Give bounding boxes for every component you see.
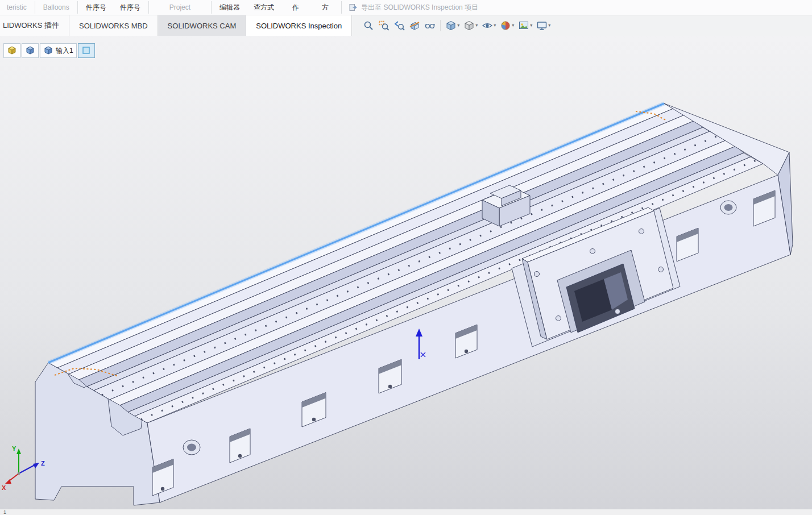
tab-label: LIDWORKS 插件 bbox=[3, 20, 59, 31]
headsup-view-toolbar: ▾ ▾ ▾ ▾ bbox=[361, 15, 552, 36]
menu-item-project[interactable]: Project bbox=[150, 3, 210, 11]
pocket-4-hole bbox=[388, 385, 392, 388]
hide-show-items-icon bbox=[482, 20, 493, 31]
breadcrumb-imported-feature[interactable]: 输入1 bbox=[40, 43, 77, 58]
separator bbox=[148, 1, 149, 14]
tab-label: SOLIDWORKS MBD bbox=[79, 22, 148, 30]
flange-bolt-hole bbox=[639, 229, 644, 234]
previous-view-icon bbox=[393, 20, 405, 31]
menu-item-operation[interactable]: 作 bbox=[281, 3, 310, 13]
annotation-views-icon bbox=[424, 20, 436, 31]
pocket-5-hole bbox=[465, 350, 468, 353]
part-icon bbox=[7, 45, 17, 56]
status-bar-fragment: 1 bbox=[3, 509, 6, 515]
tab-solidworks-addins[interactable]: LIDWORKS 插件 bbox=[0, 15, 69, 36]
separator bbox=[211, 1, 212, 14]
triad-origin bbox=[18, 472, 20, 475]
flange-bolt-hole bbox=[556, 316, 561, 321]
bore-1-inner bbox=[187, 444, 196, 451]
flange-bolt-hole bbox=[590, 249, 595, 254]
model-part[interactable] bbox=[35, 103, 793, 505]
hide-show-items-button[interactable]: ▾ bbox=[480, 19, 498, 32]
separator bbox=[35, 1, 35, 14]
separator bbox=[77, 1, 78, 14]
solid-body-icon bbox=[25, 45, 35, 56]
display-style-button[interactable]: ▾ bbox=[462, 19, 479, 32]
export-to-inspection-label: 导出至 SOLIDWORKS Inspection 项目 bbox=[361, 3, 478, 13]
flange-bolt-hole bbox=[535, 272, 540, 277]
pocket-1-hole bbox=[161, 487, 164, 491]
dropdown-caret: ▾ bbox=[494, 23, 496, 28]
section-view-button[interactable] bbox=[407, 19, 422, 32]
breadcrumb-feature-label: 输入1 bbox=[56, 46, 73, 56]
view-orientation-icon bbox=[445, 20, 457, 31]
triad-arrow-y bbox=[16, 448, 21, 454]
breadcrumb-selection-filter[interactable] bbox=[78, 43, 95, 58]
edit-appearance-icon bbox=[500, 20, 511, 31]
pocket-2-hole bbox=[238, 454, 242, 458]
triad-label-y: Y bbox=[12, 445, 16, 452]
menu-item-view-mode[interactable]: 查方式 bbox=[247, 3, 281, 13]
menu-item-editor[interactable]: 编辑器 bbox=[213, 3, 247, 13]
dropdown-caret: ▾ bbox=[530, 23, 532, 28]
zoom-to-fit-button[interactable] bbox=[361, 19, 376, 32]
menu-item-direction[interactable]: 方 bbox=[310, 3, 340, 13]
breadcrumb-part[interactable] bbox=[3, 43, 20, 58]
section-view-icon bbox=[409, 20, 420, 31]
menu-item-characteristic[interactable]: teristic bbox=[0, 3, 34, 11]
dropdown-caret: ▾ bbox=[512, 23, 514, 28]
apply-scene-button[interactable]: ▾ bbox=[516, 19, 534, 32]
zoom-to-area-icon bbox=[378, 20, 390, 31]
display-style-icon bbox=[463, 20, 475, 31]
flange-bolt-hole bbox=[615, 309, 620, 314]
status-bar: 1 bbox=[0, 509, 812, 515]
triad-label-x: X bbox=[2, 484, 6, 491]
bore-2-inner bbox=[724, 204, 733, 211]
export-to-inspection-item[interactable]: 导出至 SOLIDWORKS Inspection 项目 bbox=[343, 3, 484, 13]
breadcrumb: 输入1 bbox=[3, 43, 95, 58]
menu-item-item-number-1[interactable]: 件序号 bbox=[79, 3, 113, 13]
separator bbox=[440, 20, 441, 31]
graphics-viewport[interactable]: Y Z X bbox=[0, 36, 812, 515]
triad-axis-x bbox=[9, 474, 19, 481]
annotation-views-button[interactable] bbox=[422, 19, 437, 32]
selection-filter-icon bbox=[81, 45, 92, 56]
tab-label: SOLIDWORKS Inspection bbox=[256, 22, 342, 30]
breadcrumb-solid-body[interactable] bbox=[22, 43, 39, 58]
tab-solidworks-cam[interactable]: SOLIDWORKS CAM bbox=[158, 15, 247, 36]
graphics-area[interactable]: Y Z X bbox=[0, 36, 812, 515]
commandmanager-tab-row: LIDWORKS 插件 SOLIDWORKS MBD SOLIDWORKS CA… bbox=[0, 15, 812, 36]
triad-axis-z bbox=[19, 465, 35, 474]
view-orientation-button[interactable]: ▾ bbox=[444, 19, 461, 32]
dropdown-caret: ▾ bbox=[457, 23, 459, 28]
imported-feature-icon bbox=[43, 45, 53, 56]
ribbon-group-label-row: teristic Balloons 件序号 件序号 Project 编辑器 查方… bbox=[0, 0, 812, 15]
view-settings-button[interactable]: ▾ bbox=[535, 19, 552, 32]
separator bbox=[341, 1, 342, 14]
export-to-inspection-icon bbox=[349, 3, 358, 12]
pocket-3-hole bbox=[312, 418, 316, 421]
view-settings-icon bbox=[536, 20, 548, 31]
menu-item-item-number-2[interactable]: 件序号 bbox=[113, 3, 147, 13]
tab-solidworks-inspection[interactable]: SOLIDWORKS Inspection bbox=[246, 15, 352, 36]
dropdown-caret: ▾ bbox=[475, 23, 478, 28]
flange-bolt-hole bbox=[658, 267, 664, 272]
solidworks-app: teristic Balloons 件序号 件序号 Project 编辑器 查方… bbox=[0, 0, 812, 515]
previous-view-button[interactable] bbox=[392, 19, 407, 32]
dropdown-caret: ▾ bbox=[548, 23, 550, 28]
tab-solidworks-mbd[interactable]: SOLIDWORKS MBD bbox=[69, 15, 158, 36]
edit-appearance-button[interactable]: ▾ bbox=[498, 19, 516, 32]
tab-label: SOLIDWORKS CAM bbox=[168, 22, 237, 30]
triad-label-z: Z bbox=[41, 460, 45, 467]
menu-item-balloons[interactable]: Balloons bbox=[36, 3, 76, 11]
zoom-to-area-button[interactable] bbox=[376, 19, 391, 32]
apply-scene-icon bbox=[518, 20, 529, 31]
zoom-to-fit-icon bbox=[363, 20, 374, 31]
